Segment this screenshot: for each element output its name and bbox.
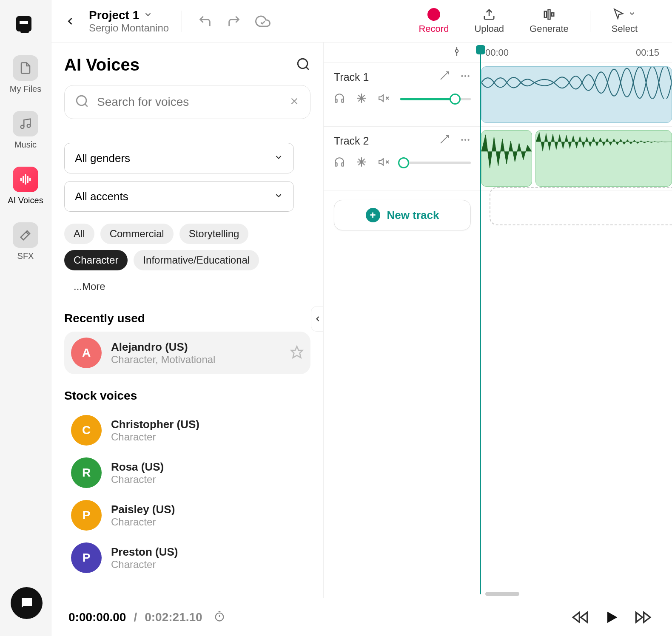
gender-select[interactable]: All genders xyxy=(64,143,294,173)
voice-row[interactable]: P Preston (US) Character xyxy=(64,537,310,579)
audio-clip[interactable] xyxy=(535,130,672,187)
select-tool-button[interactable]: Select xyxy=(603,8,646,34)
audio-clip[interactable] xyxy=(481,66,672,123)
undo-button[interactable] xyxy=(195,11,215,31)
track-name[interactable]: Track 2 xyxy=(334,135,369,147)
play-button[interactable] xyxy=(600,605,624,629)
svg-point-16 xyxy=(77,96,86,105)
svg-rect-37 xyxy=(335,163,337,166)
voice-row[interactable]: R Rosa (US) Character xyxy=(64,451,310,494)
waveform-icon xyxy=(13,167,38,192)
enhance-icon[interactable] xyxy=(439,134,450,147)
generate-button[interactable]: Generate xyxy=(521,8,577,34)
svg-line-15 xyxy=(306,67,309,70)
volume-thumb[interactable] xyxy=(450,94,461,105)
transport-bar: 0:00:00.00 / 0:02:21.10 xyxy=(51,598,672,636)
chip-storytelling[interactable]: Storytelling xyxy=(179,224,249,244)
enhance-icon[interactable] xyxy=(439,71,450,83)
track-lane[interactable] xyxy=(481,63,672,126)
new-track-label: New track xyxy=(387,209,439,222)
headphones-icon[interactable] xyxy=(334,93,345,105)
track-lane[interactable] xyxy=(481,127,672,190)
svg-point-35 xyxy=(464,139,466,141)
avatar: R xyxy=(71,457,102,488)
mute-icon[interactable] xyxy=(378,156,389,169)
freeze-icon[interactable] xyxy=(356,93,367,105)
drop-zone[interactable] xyxy=(490,187,672,225)
forward-button[interactable] xyxy=(631,605,655,629)
chip-all[interactable]: All xyxy=(64,224,94,244)
record-button[interactable]: Record xyxy=(410,8,457,34)
search-field[interactable] xyxy=(64,85,310,119)
track-row: Track 1 xyxy=(324,63,672,127)
chip-character[interactable]: Character xyxy=(64,250,128,270)
nav-ai-voices[interactable]: AI Voices xyxy=(8,167,43,205)
svg-marker-51 xyxy=(607,611,617,623)
clear-icon[interactable] xyxy=(289,96,300,108)
svg-marker-52 xyxy=(644,612,650,622)
left-nav-rail: My Files Music AI Voices SFX xyxy=(0,0,51,636)
cursor-icon xyxy=(613,8,625,21)
chip-more[interactable]: ...More xyxy=(64,276,115,297)
nav-label: Music xyxy=(14,140,37,150)
avatar: P xyxy=(71,500,102,531)
collapse-panel-button[interactable] xyxy=(311,306,324,332)
chip-commercial[interactable]: Commercial xyxy=(100,224,174,244)
voice-sub: Character xyxy=(111,431,199,443)
mute-icon[interactable] xyxy=(378,93,389,105)
more-icon[interactable] xyxy=(460,134,471,147)
voice-row-recent[interactable]: A Alejandro (US) Character, Motivational xyxy=(64,332,310,374)
nav-sfx[interactable]: SFX xyxy=(13,222,38,261)
more-icon[interactable] xyxy=(460,71,471,83)
redo-button[interactable] xyxy=(224,11,244,31)
stopwatch-icon[interactable] xyxy=(214,610,225,624)
record-icon xyxy=(427,8,440,21)
nav-music[interactable]: Music xyxy=(13,111,38,150)
volume-slider[interactable] xyxy=(400,98,471,100)
svg-point-46 xyxy=(215,613,223,621)
freeze-icon[interactable] xyxy=(356,156,367,169)
select-value: All genders xyxy=(75,152,130,165)
volume-slider[interactable] xyxy=(400,162,471,164)
category-chips: All Commercial Storytelling Character In… xyxy=(64,224,310,297)
track-name[interactable]: Track 1 xyxy=(334,71,369,83)
nav-my-files[interactable]: My Files xyxy=(10,55,41,94)
back-button[interactable] xyxy=(60,11,80,31)
new-track-button[interactable]: + New track xyxy=(334,200,471,230)
svg-point-22 xyxy=(461,75,463,77)
svg-marker-53 xyxy=(636,612,642,622)
upload-icon xyxy=(483,8,495,21)
star-icon[interactable] xyxy=(290,345,304,361)
help-chat-button[interactable] xyxy=(11,587,43,619)
voice-sub: Character, Motivational xyxy=(111,354,215,366)
search-icon xyxy=(75,94,89,110)
search-icon[interactable] xyxy=(296,57,310,73)
upload-button[interactable]: Upload xyxy=(466,8,513,34)
rewind-button[interactable] xyxy=(568,605,592,629)
chevron-down-icon[interactable] xyxy=(628,10,636,19)
accent-select[interactable]: All accents xyxy=(64,181,294,212)
timeline-scrollbar[interactable] xyxy=(485,592,519,596)
action-label: Select xyxy=(612,23,638,34)
file-icon xyxy=(13,55,38,81)
ruler-tick: 00:00 xyxy=(485,47,509,58)
audio-clip[interactable] xyxy=(481,130,532,187)
svg-point-34 xyxy=(461,139,463,141)
voice-row[interactable]: C Christopher (US) Character xyxy=(64,409,310,451)
cloud-sync-button[interactable] xyxy=(253,11,273,31)
svg-rect-12 xyxy=(548,9,550,19)
playhead-handle[interactable] xyxy=(476,45,485,54)
headphones-icon[interactable] xyxy=(334,156,345,169)
project-title[interactable]: Project 1 xyxy=(89,9,139,22)
top-bar: Project 1 Sergio Montanino Record xyxy=(51,0,672,43)
voices-panel: AI Voices All genders All accents xyxy=(51,43,324,598)
voice-row[interactable]: P Paisley (US) Character xyxy=(64,494,310,537)
search-input[interactable] xyxy=(97,95,281,109)
chevron-down-icon[interactable] xyxy=(143,10,153,21)
timeline-ruler[interactable]: 00:00 00:15 xyxy=(324,43,672,63)
svg-rect-25 xyxy=(335,99,337,102)
chip-informative[interactable]: Informative/Educational xyxy=(134,250,259,270)
nav-label: My Files xyxy=(10,84,41,94)
volume-thumb[interactable] xyxy=(398,157,409,168)
marker-pin-icon[interactable] xyxy=(451,46,462,59)
